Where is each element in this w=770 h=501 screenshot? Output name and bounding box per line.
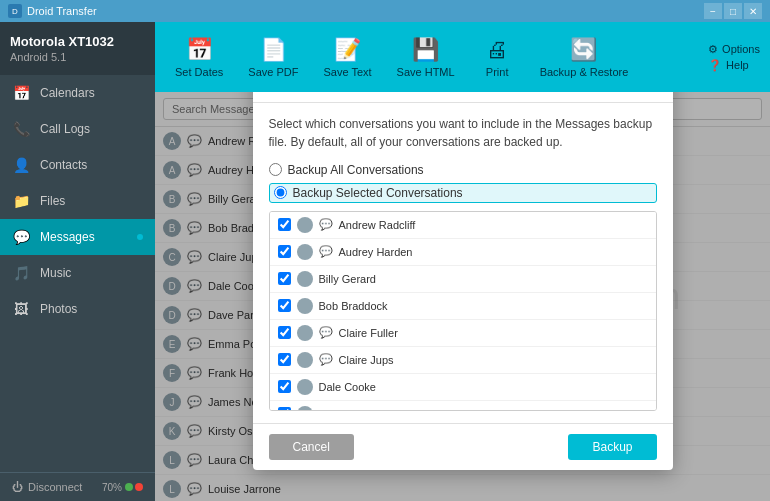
gear-icon: ⚙ (708, 43, 718, 56)
radio-backup-all[interactable]: Backup All Conversations (269, 163, 657, 177)
backup-modal: 💬 Backup Conversations Select which conv… (253, 92, 673, 470)
backup-button[interactable]: Backup (568, 434, 656, 460)
conversation-list: 💬 Andrew Radcliff 💬 Audrey Harden Billy … (270, 212, 656, 411)
print-icon: 🖨 (486, 37, 508, 63)
conv-checkbox[interactable] (278, 245, 291, 258)
list-item[interactable]: Dale Cooke (270, 374, 656, 401)
conv-checkbox[interactable] (278, 407, 291, 411)
battery-indicator: 70% (102, 482, 143, 493)
sidebar-item-label: Files (40, 194, 65, 208)
toolbar-save-html[interactable]: 💾 Save HTML (387, 32, 465, 83)
title-bar-left: D Droid Transfer (8, 4, 97, 18)
conv-checkbox[interactable] (278, 353, 291, 366)
modal-body: Select which conversations you want to i… (253, 103, 673, 423)
conv-checkbox[interactable] (278, 272, 291, 285)
radio-group: Backup All Conversations Backup Selected… (269, 163, 657, 203)
radio-backup-selected[interactable]: Backup Selected Conversations (269, 183, 657, 203)
conv-checkbox[interactable] (278, 326, 291, 339)
conv-name: Billy Gerard (319, 273, 376, 285)
radio-all-label: Backup All Conversations (288, 163, 424, 177)
sidebar-header: Motorola XT1032 Android 5.1 (0, 22, 155, 75)
sidebar-item-contacts[interactable]: 👤 Contacts (0, 147, 155, 183)
save-html-label: Save HTML (397, 66, 455, 78)
options-button[interactable]: ⚙ Options (708, 43, 760, 56)
content-area: A💬Andrew RadcliffA💬Audrey HardenB💬Billy … (155, 92, 770, 501)
call-logs-icon: 📞 (12, 120, 30, 138)
app-container: Motorola XT1032 Android 5.1 📅 Calendars … (0, 22, 770, 501)
conv-name: Andrew Radcliff (339, 219, 416, 231)
modal-footer: Cancel Backup (253, 423, 673, 470)
music-icon: 🎵 (12, 264, 30, 282)
sidebar: Motorola XT1032 Android 5.1 📅 Calendars … (0, 22, 155, 501)
minimize-button[interactable]: − (704, 3, 722, 19)
save-text-label: Save Text (323, 66, 371, 78)
radio-all-input[interactable] (269, 163, 282, 176)
save-pdf-label: Save PDF (248, 66, 298, 78)
window-controls: − □ ✕ (704, 3, 762, 19)
conv-checkbox[interactable] (278, 380, 291, 393)
battery-percent: 70% (102, 482, 122, 493)
conv-checkbox[interactable] (278, 218, 291, 231)
app-title: Droid Transfer (27, 5, 97, 17)
list-item[interactable]: Billy Gerard (270, 266, 656, 293)
toolbar-print[interactable]: 🖨 Print (470, 32, 525, 83)
battery-dot-red (135, 483, 143, 491)
sidebar-item-photos[interactable]: 🖼 Photos (0, 291, 155, 327)
avatar (297, 298, 313, 314)
list-item[interactable]: 💬 Audrey Harden (270, 239, 656, 266)
avatar (297, 271, 313, 287)
toolbar: 📅 Set Dates 📄 Save PDF 📝 Save Text 💾 Sav… (155, 22, 770, 92)
avatar (297, 325, 313, 341)
sidebar-item-label: Music (40, 266, 71, 280)
print-label: Print (486, 66, 509, 78)
sidebar-item-label: Calendars (40, 86, 95, 100)
help-icon: ❓ (708, 59, 722, 72)
conv-name: Claire Jups (339, 354, 394, 366)
cancel-button[interactable]: Cancel (269, 434, 354, 460)
options-label: Options (722, 43, 760, 55)
modal-description: Select which conversations you want to i… (269, 115, 657, 151)
conversation-list-container[interactable]: 💬 Andrew Radcliff 💬 Audrey Harden Billy … (269, 211, 657, 411)
toolbar-save-text[interactable]: 📝 Save Text (313, 32, 381, 83)
device-os: Android 5.1 (10, 51, 145, 63)
toolbar-backup-restore[interactable]: 🔄 Backup & Restore (530, 32, 639, 83)
avatar (297, 244, 313, 260)
list-item[interactable]: 💬 Claire Jups (270, 347, 656, 374)
toolbar-save-pdf[interactable]: 📄 Save PDF (238, 32, 308, 83)
app-icon: D (8, 4, 22, 18)
sidebar-item-label: Messages (40, 230, 95, 244)
sidebar-item-call-logs[interactable]: 📞 Call Logs (0, 111, 155, 147)
radio-selected-input[interactable] (274, 186, 287, 199)
conv-name: Audrey Harden (339, 246, 413, 258)
battery-dots (125, 483, 143, 491)
radio-selected-label: Backup Selected Conversations (293, 186, 463, 200)
avatar (297, 352, 313, 368)
toolbar-right: ⚙ Options ❓ Help (708, 43, 760, 72)
message-bubble-icon: 💬 (319, 245, 333, 258)
avatar (297, 217, 313, 233)
conv-checkbox[interactable] (278, 299, 291, 312)
disconnect-button[interactable]: ⏻ Disconnect (12, 481, 82, 493)
sidebar-item-calendars[interactable]: 📅 Calendars (0, 75, 155, 111)
sidebar-item-messages[interactable]: 💬 Messages (0, 219, 155, 255)
list-item[interactable]: Bob Braddock (270, 293, 656, 320)
sidebar-item-label: Call Logs (40, 122, 90, 136)
close-button[interactable]: ✕ (744, 3, 762, 19)
list-item[interactable]: 💬 Andrew Radcliff (270, 212, 656, 239)
files-icon: 📁 (12, 192, 30, 210)
list-item[interactable]: 💬 Claire Fuller (270, 320, 656, 347)
backup-icon: 🔄 (570, 37, 597, 63)
list-item[interactable]: Dave Parks (270, 401, 656, 411)
power-icon: ⏻ (12, 481, 23, 493)
sidebar-item-music[interactable]: 🎵 Music (0, 255, 155, 291)
toolbar-set-dates[interactable]: 📅 Set Dates (165, 32, 233, 83)
help-button[interactable]: ❓ Help (708, 59, 760, 72)
modal-header: 💬 Backup Conversations (253, 92, 673, 103)
messages-icon: 💬 (12, 228, 30, 246)
disconnect-label: Disconnect (28, 481, 82, 493)
save-pdf-icon: 📄 (260, 37, 287, 63)
backup-restore-label: Backup & Restore (540, 66, 629, 78)
maximize-button[interactable]: □ (724, 3, 742, 19)
sidebar-nav: 📅 Calendars 📞 Call Logs 👤 Contacts 📁 Fil… (0, 75, 155, 472)
sidebar-item-files[interactable]: 📁 Files (0, 183, 155, 219)
